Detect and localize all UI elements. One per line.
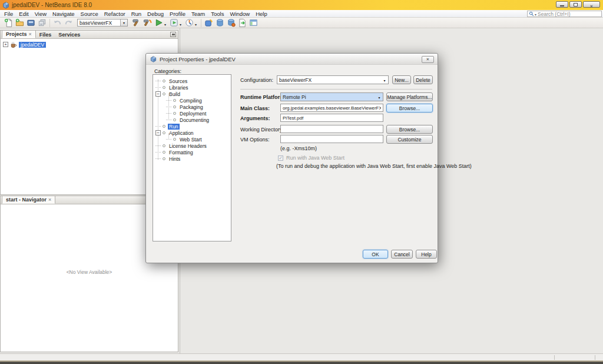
restore-button[interactable]: [569, 1, 582, 8]
collapse-icon[interactable]: [155, 91, 161, 97]
browse-working-directory-button[interactable]: Browse...: [386, 125, 433, 134]
category-formatting[interactable]: Formatting: [153, 149, 231, 155]
tab-projects[interactable]: Projects: [2, 30, 36, 38]
menu-run[interactable]: Run: [128, 11, 144, 17]
minimize-panel-button[interactable]: [170, 32, 176, 37]
categories-tree: Sources Libraries Build Compiling Packag…: [153, 74, 231, 241]
clean-and-build-icon[interactable]: [142, 18, 153, 28]
dialog-title-bar[interactable]: Project Properties - jpedalDEV: [146, 54, 438, 65]
new-configuration-button[interactable]: New...: [392, 75, 411, 84]
combo-dropdown-arrow-icon[interactable]: [120, 19, 127, 26]
cancel-button[interactable]: Cancel: [391, 250, 413, 259]
tab-close-icon[interactable]: [27, 31, 32, 37]
configuration-combo[interactable]: baseViewerFX: [77, 19, 128, 27]
category-deployment[interactable]: Deployment: [153, 110, 231, 117]
new-project-icon[interactable]: [14, 18, 25, 28]
category-node-icon: [163, 125, 165, 128]
restore-icon: [574, 3, 578, 6]
category-build[interactable]: Build: [153, 91, 231, 97]
menu-edit[interactable]: Edit: [16, 11, 31, 17]
new-file-icon[interactable]: [3, 18, 14, 28]
manage-platforms-button[interactable]: Manage Platforms...: [386, 92, 433, 101]
jar-icon[interactable]: [214, 18, 226, 28]
close-button[interactable]: [583, 1, 600, 8]
save-all-icon[interactable]: [37, 18, 48, 28]
app-window-icon[interactable]: [248, 18, 259, 28]
vm-options-field[interactable]: [280, 135, 383, 143]
category-packaging[interactable]: Packaging: [153, 104, 231, 110]
status-divider: [595, 355, 595, 360]
tab-services[interactable]: Services: [55, 31, 84, 38]
run-dropdown-arrow-icon[interactable]: [164, 18, 168, 28]
menu-refactor[interactable]: Refactor: [101, 11, 128, 17]
category-application[interactable]: Application: [153, 130, 231, 136]
profile-dropdown-arrow-icon[interactable]: [195, 18, 199, 28]
working-directory-field[interactable]: [280, 125, 383, 133]
category-web-start[interactable]: Web Start: [153, 136, 231, 143]
open-project-icon[interactable]: [25, 18, 37, 28]
main-class-label: Main Class:: [240, 105, 270, 111]
category-license-headers[interactable]: License Headers: [153, 143, 231, 149]
debug-project-icon[interactable]: [168, 18, 180, 28]
project-name[interactable]: jpedalDEV: [19, 42, 46, 48]
main-class-field[interactable]: [280, 104, 383, 112]
tab-navigator[interactable]: start - Navigator: [2, 196, 55, 204]
menu-debug[interactable]: Debug: [144, 11, 167, 17]
browse-main-class-button[interactable]: Browse...: [386, 104, 433, 112]
search-input[interactable]: [538, 11, 600, 17]
ok-button[interactable]: OK: [363, 250, 388, 259]
redo-icon[interactable]: [63, 18, 74, 28]
arguments-field[interactable]: [280, 114, 383, 122]
deploy-icon[interactable]: [203, 18, 214, 28]
quick-search[interactable]: [527, 11, 602, 17]
build-project-icon[interactable]: [131, 18, 142, 28]
menu-bar: File Edit View Navigate Source Refactor …: [0, 10, 603, 18]
debug-dropdown-arrow-icon[interactable]: [180, 18, 184, 28]
menu-team[interactable]: Team: [188, 11, 208, 17]
jar-settings-icon[interactable]: [226, 18, 237, 28]
menu-file[interactable]: File: [1, 11, 16, 17]
project-tree-row[interactable]: jpedalDEV: [1, 41, 178, 48]
run-project-icon[interactable]: [153, 18, 164, 28]
category-run[interactable]: Run: [153, 123, 231, 130]
menu-window[interactable]: Window: [227, 11, 253, 17]
expand-icon[interactable]: [3, 42, 8, 47]
menu-view[interactable]: View: [32, 11, 49, 17]
search-icon: [529, 11, 534, 16]
category-libraries[interactable]: Libraries: [153, 84, 231, 91]
undo-icon[interactable]: [52, 18, 63, 28]
tab-files[interactable]: Files: [36, 31, 55, 38]
category-compiling[interactable]: Compiling: [153, 97, 231, 104]
netbeans-window: jpedalDEV - NetBeans IDE 8.0 File Edit V…: [0, 0, 603, 364]
configuration-combo[interactable]: baseViewerFX: [277, 75, 389, 84]
runtime-platform-combo[interactable]: Remote Pi: [280, 92, 383, 101]
menu-help[interactable]: Help: [253, 11, 270, 17]
web-start-checkbox-label: Run with Java Web Start: [286, 155, 344, 161]
combo-dropdown-arrow-icon[interactable]: [381, 77, 388, 83]
category-documenting[interactable]: Documenting: [153, 117, 231, 123]
profile-project-icon[interactable]: [184, 18, 195, 28]
menu-navigate[interactable]: Navigate: [49, 11, 78, 17]
export-file-icon[interactable]: [237, 18, 248, 28]
category-node-icon: [163, 80, 165, 82]
tab-close-icon[interactable]: [47, 197, 51, 203]
category-hints[interactable]: Hints: [153, 155, 231, 162]
category-sources[interactable]: Sources: [153, 78, 231, 84]
help-button[interactable]: Help: [416, 250, 437, 259]
menu-tools[interactable]: Tools: [208, 11, 227, 17]
category-node-icon: [163, 157, 165, 160]
delete-configuration-button[interactable]: Delete: [413, 75, 433, 84]
category-node-icon: [173, 99, 176, 102]
dialog-close-button[interactable]: [422, 56, 434, 63]
dialog-title: Project Properties - jpedalDEV: [160, 56, 236, 62]
title-bar: jpedalDEV - NetBeans IDE 8.0: [0, 0, 603, 10]
tab-projects-label: Projects: [6, 31, 27, 37]
vm-options-hint: (e.g. -Xms10m): [280, 145, 317, 151]
minimize-button[interactable]: [556, 1, 568, 8]
collapse-icon[interactable]: [155, 130, 161, 135]
menu-profile[interactable]: Profile: [167, 11, 188, 17]
menu-source[interactable]: Source: [78, 11, 101, 17]
combo-dropdown-arrow-icon[interactable]: [376, 94, 383, 100]
customize-vm-options-button[interactable]: Customize: [386, 135, 433, 144]
web-start-note: (To run and debug the application with J…: [276, 163, 472, 169]
